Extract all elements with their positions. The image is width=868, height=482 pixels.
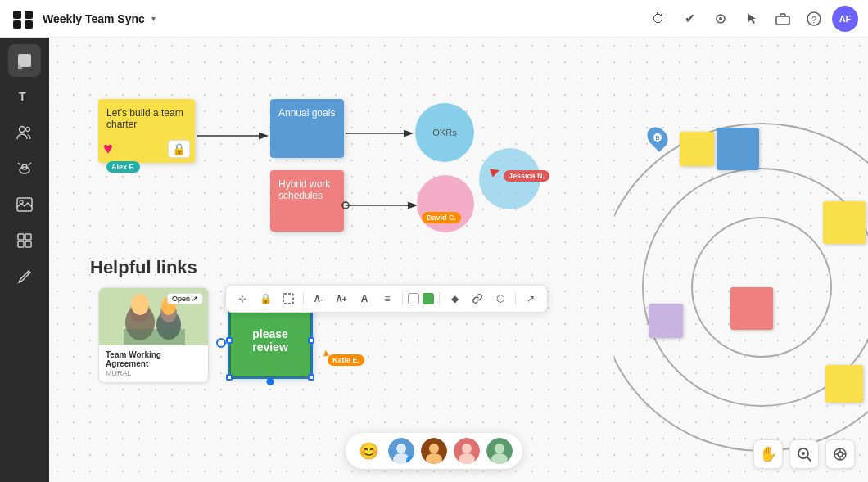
circle-sticky-2[interactable] bbox=[717, 128, 759, 170]
hybrid-work-text: Hybrid work schedules bbox=[278, 178, 330, 201]
color-empty-dot[interactable] bbox=[408, 293, 419, 304]
team-charter-text: Let's build a team charter bbox=[106, 107, 183, 130]
circle-sticky-1[interactable] bbox=[680, 132, 714, 166]
helpful-links-label: Helpful links bbox=[90, 257, 197, 278]
link-card-body: Team Working Agreement MURAL bbox=[99, 345, 208, 382]
fill-btn[interactable]: ⬡ bbox=[491, 289, 510, 309]
david-badge: David C. bbox=[422, 212, 461, 223]
location-pin: B bbox=[649, 126, 667, 149]
please-review-sticky[interactable]: please review bbox=[229, 304, 311, 377]
zoom-tool-btn[interactable] bbox=[789, 439, 819, 469]
svg-rect-3 bbox=[25, 20, 33, 29]
svg-point-11 bbox=[20, 127, 25, 133]
svg-rect-17 bbox=[18, 234, 24, 240]
pink-circle[interactable] bbox=[417, 175, 474, 232]
left-sidebar: T bbox=[0, 38, 49, 482]
handle-ml-circle[interactable] bbox=[216, 338, 226, 348]
align-btn[interactable]: ≡ bbox=[377, 289, 397, 309]
briefcase-btn[interactable] bbox=[770, 6, 796, 32]
avatar-3[interactable] bbox=[454, 438, 480, 464]
svg-point-50 bbox=[802, 452, 805, 455]
pin-label: B bbox=[653, 133, 662, 142]
handle-bc[interactable] bbox=[267, 378, 274, 385]
lock-tool-btn[interactable]: 🔒 bbox=[255, 289, 275, 309]
alex-badge: Alex F. bbox=[106, 161, 140, 173]
lock-icon: 🔒 bbox=[168, 140, 190, 158]
share-tool-btn[interactable] bbox=[825, 439, 855, 469]
svg-rect-0 bbox=[13, 11, 21, 19]
header-left: Weekly Team Sync ▾ bbox=[10, 6, 156, 32]
svg-rect-1 bbox=[25, 11, 33, 19]
emoji-btn[interactable]: 😊 bbox=[355, 438, 382, 464]
circle-sticky-5[interactable] bbox=[730, 287, 773, 330]
mural-logo bbox=[10, 6, 36, 32]
image-tool-btn[interactable] bbox=[8, 188, 41, 221]
link-card-image: Open ↗ bbox=[99, 288, 208, 345]
view-btn[interactable] bbox=[708, 6, 734, 32]
katie-cursor: ▲ bbox=[320, 346, 332, 359]
concentric-circles: B bbox=[614, 87, 868, 482]
okrs-label: OKRs bbox=[432, 128, 456, 137]
svg-point-41 bbox=[429, 444, 439, 453]
grid-tool-btn[interactable] bbox=[8, 224, 41, 257]
avatar-2[interactable] bbox=[421, 438, 447, 464]
title-dropdown[interactable]: ▾ bbox=[151, 14, 156, 23]
expand-btn[interactable]: ↗ bbox=[521, 289, 540, 309]
svg-point-31 bbox=[131, 294, 149, 315]
hand-tool-btn[interactable]: ✋ bbox=[753, 439, 783, 469]
people-tool-btn[interactable] bbox=[8, 116, 41, 149]
link-card-open-btn[interactable]: Open ↗ bbox=[167, 293, 203, 304]
workspace-title: Weekly Team Sync bbox=[43, 12, 145, 25]
hybrid-work-sticky[interactable]: Hybrid work schedules bbox=[270, 170, 344, 232]
font-increase-btn[interactable]: A+ bbox=[332, 289, 351, 309]
katie-badge: Katie E. bbox=[328, 354, 364, 366]
okrs-circle[interactable]: OKRs bbox=[415, 103, 474, 162]
move-tool-btn[interactable]: ⊹ bbox=[233, 289, 252, 309]
svg-rect-30 bbox=[124, 329, 185, 345]
svg-rect-19 bbox=[18, 241, 24, 247]
svg-point-13 bbox=[20, 167, 29, 173]
element-toolbar: ⊹ 🔒 A- A+ A ≡ ◆ ⬡ ↗ bbox=[225, 285, 548, 313]
team-charter-sticky[interactable]: Let's build a team charter ♥ 🔒 Alex F. bbox=[98, 99, 195, 163]
checkmark-btn[interactable]: ✔ bbox=[676, 6, 703, 32]
pointer-btn[interactable] bbox=[739, 6, 765, 32]
annual-goals-text: Annual goals bbox=[278, 107, 335, 119]
bottom-bar: 😊 + bbox=[346, 433, 522, 469]
crop-tool-btn[interactable] bbox=[278, 289, 298, 309]
user-avatar-btn[interactable]: AF bbox=[832, 6, 858, 32]
svg-point-5 bbox=[719, 17, 722, 20]
toolbar-divider-2 bbox=[402, 292, 403, 305]
font-decrease-btn[interactable]: A- bbox=[309, 289, 328, 309]
annual-goals-sticky[interactable]: Annual goals bbox=[270, 99, 344, 158]
link-btn[interactable] bbox=[468, 289, 487, 309]
color-green-dot[interactable] bbox=[423, 293, 434, 304]
circle-sticky-6[interactable] bbox=[825, 365, 863, 403]
toolbar-divider-1 bbox=[303, 292, 304, 305]
marker-btn[interactable]: ◆ bbox=[445, 289, 464, 309]
circle-sticky-3[interactable] bbox=[823, 201, 866, 244]
jessica-badge: Jessica N. bbox=[504, 170, 549, 182]
text-tool-btn[interactable]: T bbox=[8, 80, 41, 113]
svg-point-44 bbox=[462, 444, 472, 453]
sticky-note-tool-btn[interactable] bbox=[8, 44, 41, 77]
pen-tool-btn[interactable] bbox=[8, 260, 41, 293]
svg-rect-2 bbox=[13, 20, 21, 29]
svg-rect-33 bbox=[283, 294, 293, 304]
timer-btn[interactable]: ⏱ bbox=[645, 6, 671, 32]
avatar-1[interactable]: + bbox=[388, 438, 414, 464]
header: Weekly Team Sync ▾ ⏱ ✔ ? bbox=[0, 0, 868, 38]
svg-rect-9 bbox=[18, 54, 31, 67]
svg-rect-20 bbox=[25, 241, 31, 247]
font-btn[interactable]: A bbox=[355, 289, 374, 309]
circle-sticky-4[interactable] bbox=[649, 304, 683, 338]
help-btn[interactable]: ? bbox=[801, 6, 827, 32]
canvas[interactable]: Let's build a team charter ♥ 🔒 Alex F. A… bbox=[49, 38, 868, 482]
svg-text:T: T bbox=[19, 90, 26, 103]
please-review-text: please review bbox=[241, 327, 300, 354]
toolbar-divider-4 bbox=[515, 292, 516, 305]
avatar-4[interactable] bbox=[486, 438, 513, 464]
link-card[interactable]: Open ↗ Team Working Agreement MURAL bbox=[98, 287, 209, 383]
link-card-subtitle: MURAL bbox=[106, 369, 201, 377]
toolbar-divider-3 bbox=[439, 292, 440, 305]
animal-tool-btn[interactable] bbox=[8, 152, 41, 185]
